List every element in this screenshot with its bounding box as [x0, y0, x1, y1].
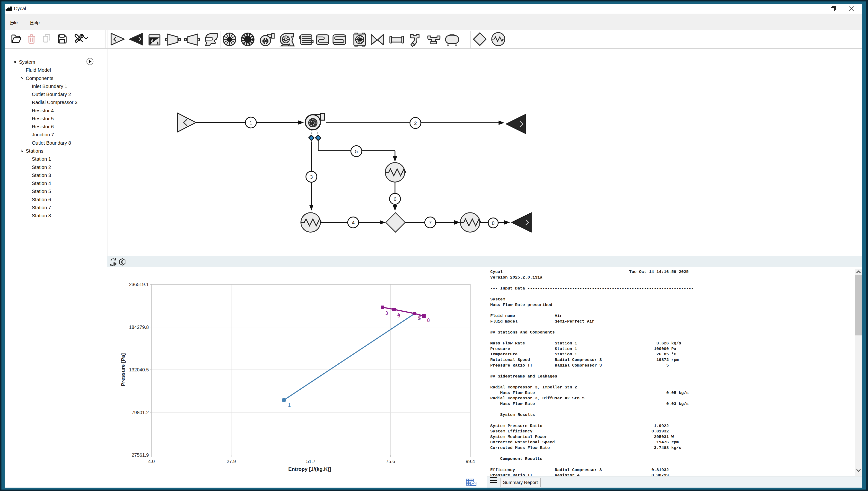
svg-text:2: 2 — [414, 120, 417, 126]
svg-text:8: 8 — [427, 317, 430, 323]
svg-text:184279.8: 184279.8 — [129, 324, 149, 330]
svg-text:99.4: 99.4 — [466, 459, 475, 464]
svg-text:1: 1 — [250, 120, 252, 125]
svg-text:4.0: 4.0 — [148, 459, 154, 464]
svg-text:8: 8 — [492, 220, 495, 226]
svg-text:27561.9: 27561.9 — [132, 452, 149, 458]
svg-text:6: 6 — [394, 196, 397, 202]
svg-text:Pressure [Pa]: Pressure [Pa] — [120, 353, 126, 386]
svg-text:236519.1: 236519.1 — [129, 282, 149, 287]
svg-text:6: 6 — [398, 313, 400, 318]
svg-text:7: 7 — [418, 314, 421, 320]
svg-text:Entropy [J/(kg.K)]: Entropy [J/(kg.K)] — [288, 466, 331, 472]
svg-text:132040.5: 132040.5 — [129, 367, 149, 372]
svg-text:79801.2: 79801.2 — [132, 410, 149, 415]
svg-text:27.9: 27.9 — [227, 459, 236, 464]
svg-text:3: 3 — [310, 174, 313, 180]
svg-text:4: 4 — [352, 220, 355, 225]
svg-text:75.6: 75.6 — [386, 459, 395, 464]
svg-text:51.7: 51.7 — [306, 459, 316, 464]
svg-text:5: 5 — [355, 148, 358, 154]
svg-text:3: 3 — [385, 310, 388, 316]
svg-text:7: 7 — [429, 220, 432, 225]
svg-text:1: 1 — [288, 402, 291, 408]
